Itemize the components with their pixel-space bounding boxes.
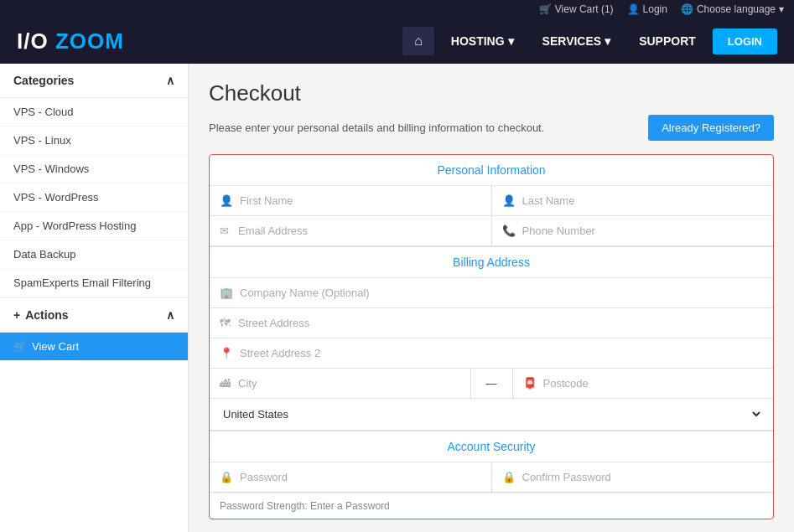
email-icon: ✉ (220, 225, 231, 237)
password-row: 🔒 🔒 (210, 462, 773, 493)
page-layout: Categories ∧ VPS - Cloud VPS - Linux VPS… (0, 64, 794, 532)
company-group: 🏢 (210, 278, 773, 308)
phone-input[interactable] (522, 225, 764, 237)
person-icon-2: 👤 (502, 194, 516, 207)
street2-input[interactable] (240, 347, 763, 359)
hosting-chevron-icon: ▾ (508, 34, 514, 48)
first-name-input[interactable] (240, 194, 481, 207)
location-icon: 📍 (220, 347, 233, 359)
city-group: 🏙 (210, 369, 471, 398)
street-group: 🗺 (210, 308, 773, 338)
already-registered-button[interactable]: Already Registered? (648, 115, 774, 141)
sidebar-item-vps-linux[interactable]: VPS - Linux (0, 127, 188, 155)
sidebar-item-spamexperts[interactable]: SpamExperts Email Filtering (0, 269, 188, 297)
form-card-wrapper: Personal Information 👤 👤 ✉ (209, 154, 774, 519)
person-icon: 👤 (220, 194, 233, 207)
postcode-input[interactable] (543, 377, 764, 390)
categories-header[interactable]: Categories ∧ (0, 64, 188, 98)
language-link[interactable]: 🌐 Choose language ▾ (681, 3, 784, 15)
nav-hosting[interactable]: HOSTING ▾ (439, 28, 526, 54)
country-group: United States (210, 399, 773, 431)
email-group: ✉ (210, 216, 492, 246)
main-content: Checkout Please enter your personal deta… (189, 64, 794, 532)
header: I/O ZOOM ⌂ HOSTING ▾ SERVICES ▾ SUPPORT … (0, 18, 794, 64)
account-security-title: Account Security (210, 431, 773, 462)
nav-services[interactable]: SERVICES ▾ (531, 28, 623, 54)
phone-icon: 📞 (502, 225, 516, 237)
services-label: SERVICES (542, 34, 602, 48)
login-link[interactable]: 👤 Login (627, 3, 667, 15)
confirm-password-group: 🔒 (492, 462, 774, 493)
checkout-form-card: Personal Information 👤 👤 ✉ (209, 154, 774, 519)
street2-group: 📍 (210, 338, 773, 369)
sidebar-item-wordpress-hosting[interactable]: App - WordPress Hosting (0, 212, 188, 240)
company-input[interactable] (240, 287, 763, 299)
view-cart-sidebar[interactable]: 🛒 View Cart (0, 333, 188, 360)
cart-sidebar-icon: 🛒 (13, 340, 27, 353)
dash-separator: — (471, 369, 513, 398)
last-name-input[interactable] (522, 194, 764, 207)
contact-row: ✉ 📞 (210, 216, 773, 246)
plus-icon: + (13, 308, 20, 322)
actions-label: Actions (25, 308, 68, 322)
sidebar: Categories ∧ VPS - Cloud VPS - Linux VPS… (0, 64, 189, 532)
email-input[interactable] (238, 225, 481, 237)
sidebar-item-data-backup[interactable]: Data Backup (0, 240, 188, 269)
actions-header[interactable]: + Actions ∧ (0, 297, 188, 333)
top-bar: 🛒 View Cart (1) 👤 Login 🌐 Choose languag… (0, 0, 794, 18)
view-cart-label: View Cart (1) (555, 3, 614, 15)
sidebar-item-vps-wordpress[interactable]: VPS - WordPress (0, 183, 188, 212)
building-icon: 🏢 (220, 287, 233, 299)
confirm-password-input[interactable] (522, 471, 764, 483)
hosting-label: HOSTING (451, 34, 505, 48)
password-group: 🔒 (210, 462, 492, 493)
country-select[interactable]: United States (220, 407, 763, 421)
personal-info-title: Personal Information (210, 155, 773, 186)
logo-zoom: ZOOM (55, 28, 124, 54)
logo-io: I/O (17, 28, 49, 54)
lock-icon: 🔒 (220, 471, 233, 483)
postcode-icon: 📮 (523, 377, 537, 390)
chevron-down-icon: ▾ (779, 3, 784, 15)
checkout-info-text: Please enter your personal details and b… (209, 121, 544, 134)
main-nav: ⌂ HOSTING ▾ SERVICES ▾ SUPPORT LOGIN (402, 27, 777, 55)
support-label: SUPPORT (639, 34, 696, 48)
user-icon: 👤 (627, 3, 640, 15)
billing-address-title: Billing Address (210, 246, 773, 278)
city-postcode-row: 🏙 — 📮 (210, 369, 773, 399)
actions-chevron-icon: ∧ (166, 308, 174, 322)
map-icon: 🗺 (220, 317, 231, 329)
choose-language-label: Choose language (697, 3, 776, 15)
city-input[interactable] (238, 377, 460, 390)
city-icon: 🏙 (220, 377, 231, 390)
name-row: 👤 👤 (210, 186, 773, 216)
sidebar-item-vps-cloud[interactable]: VPS - Cloud (0, 98, 188, 127)
cart-icon: 🛒 (539, 3, 552, 15)
password-strength-hint: Password Strength: Enter a Password (210, 493, 773, 519)
password-input[interactable] (240, 471, 481, 483)
flag-icon: 🌐 (681, 3, 693, 15)
login-button[interactable]: LOGIN (713, 28, 777, 54)
sidebar-item-vps-windows[interactable]: VPS - Windows (0, 155, 188, 183)
home-button[interactable]: ⌂ (402, 27, 434, 55)
nav-support[interactable]: SUPPORT (627, 28, 708, 54)
first-name-group: 👤 (210, 186, 492, 216)
street-input[interactable] (238, 317, 763, 329)
last-name-group: 👤 (492, 186, 774, 216)
services-chevron-icon: ▾ (605, 34, 610, 48)
categories-label: Categories (13, 74, 74, 87)
phone-group: 📞 (492, 216, 774, 246)
checkout-info-bar: Please enter your personal details and b… (209, 115, 774, 141)
view-cart-link[interactable]: 🛒 View Cart (1) (539, 3, 614, 15)
logo[interactable]: I/O ZOOM (17, 28, 124, 54)
top-login-label: Login (643, 3, 667, 15)
categories-chevron-icon: ∧ (166, 74, 174, 87)
page-title: Checkout (209, 80, 774, 106)
view-cart-sidebar-label: View Cart (32, 340, 79, 353)
lock-icon-2: 🔒 (502, 471, 516, 483)
home-icon: ⌂ (414, 34, 423, 48)
postcode-group: 📮 (513, 369, 774, 398)
